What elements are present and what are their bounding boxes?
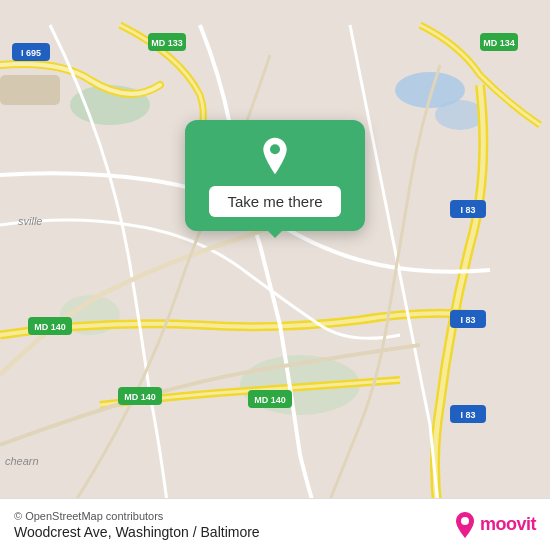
svg-text:I 695: I 695 <box>21 48 41 58</box>
map-svg: I 695 MD 133 MD 134 I 83 I 83 I 83 MD 14… <box>0 0 550 550</box>
svg-text:MD 133: MD 133 <box>151 38 183 48</box>
svg-text:sville: sville <box>18 215 42 227</box>
svg-text:MD 140: MD 140 <box>124 392 156 402</box>
moovit-brand-text: moovit <box>480 514 536 535</box>
copyright-text: © OpenStreetMap contributors <box>14 510 260 522</box>
svg-point-27 <box>270 144 280 154</box>
svg-text:I 83: I 83 <box>460 410 475 420</box>
svg-rect-4 <box>0 75 60 105</box>
svg-point-28 <box>461 517 469 525</box>
map-container: I 695 MD 133 MD 134 I 83 I 83 I 83 MD 14… <box>0 0 550 550</box>
take-me-there-button[interactable]: Take me there <box>209 186 340 217</box>
svg-text:MD 140: MD 140 <box>34 322 66 332</box>
svg-text:MD 134: MD 134 <box>483 38 515 48</box>
location-pin-icon <box>255 136 295 176</box>
moovit-pin-icon <box>454 511 476 539</box>
bottom-bar: © OpenStreetMap contributors Woodcrest A… <box>0 498 550 550</box>
moovit-logo: moovit <box>454 511 536 539</box>
location-name: Woodcrest Ave, Washington / Baltimore <box>14 524 260 540</box>
svg-text:I 83: I 83 <box>460 205 475 215</box>
svg-text:chearn: chearn <box>5 455 39 467</box>
popup-card: Take me there <box>185 120 365 231</box>
svg-text:I 83: I 83 <box>460 315 475 325</box>
svg-text:MD 140: MD 140 <box>254 395 286 405</box>
